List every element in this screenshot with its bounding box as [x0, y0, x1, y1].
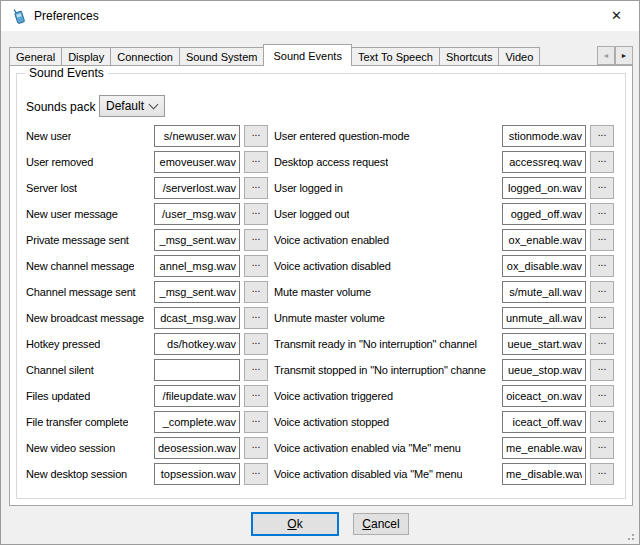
- sound-event-row: Transmit ready in "No interruption" chan…: [274, 333, 620, 359]
- sound-event-label: Unmute master volume: [274, 307, 385, 329]
- browse-button[interactable]: ...: [244, 203, 268, 225]
- wav-file-input[interactable]: [502, 229, 586, 251]
- sound-event-label: Voice activation stopped: [274, 411, 389, 433]
- wav-file-input[interactable]: [154, 229, 240, 251]
- tab-shortcuts[interactable]: Shortcuts: [439, 47, 499, 66]
- browse-button[interactable]: ...: [244, 125, 268, 147]
- sound-event-row: Voice activation triggered...: [274, 385, 620, 411]
- browse-button[interactable]: ...: [244, 385, 268, 407]
- tab-scroll-left-icon[interactable]: ◄: [597, 46, 615, 65]
- tab-text-to-speech[interactable]: Text To Speech: [351, 47, 440, 66]
- browse-button[interactable]: ...: [590, 229, 614, 251]
- browse-button[interactable]: ...: [590, 203, 614, 225]
- sound-event-row: Server lost...: [26, 177, 266, 203]
- browse-button[interactable]: ...: [244, 151, 268, 173]
- sound-event-row: Voice activation disabled via "Me" menu.…: [274, 463, 620, 489]
- sound-event-label: User logged in: [274, 177, 343, 199]
- browse-button[interactable]: ...: [590, 125, 614, 147]
- browse-button[interactable]: ...: [244, 281, 268, 303]
- ok-button[interactable]: Ok: [251, 512, 339, 536]
- browse-button[interactable]: ...: [244, 463, 268, 485]
- sound-event-label: Files updated: [26, 385, 90, 407]
- wav-file-input[interactable]: [154, 359, 240, 381]
- sound-event-row: Transmit stopped in "No interruption" ch…: [274, 359, 620, 385]
- tab-general[interactable]: General: [9, 47, 62, 66]
- sound-event-row: Channel silent...: [26, 359, 266, 385]
- browse-button[interactable]: ...: [590, 333, 614, 355]
- wav-file-input[interactable]: [502, 255, 586, 277]
- cancel-label-rest: ancel: [371, 517, 400, 531]
- wav-file-input[interactable]: [502, 411, 586, 433]
- wav-file-input[interactable]: [154, 307, 240, 329]
- wav-file-input[interactable]: [502, 463, 586, 485]
- browse-button[interactable]: ...: [244, 437, 268, 459]
- wav-file-input[interactable]: [502, 281, 586, 303]
- cancel-access-key: C: [362, 517, 371, 531]
- wav-file-input[interactable]: [502, 151, 586, 173]
- ok-access-key: O: [287, 517, 296, 531]
- wav-file-input[interactable]: [154, 437, 240, 459]
- sound-event-label: Voice activation disabled via "Me" menu: [274, 463, 462, 485]
- title-bar: Preferences ✕: [1, 1, 639, 31]
- browse-button[interactable]: ...: [590, 177, 614, 199]
- sound-event-label: Server lost: [26, 177, 77, 199]
- wav-file-input[interactable]: [502, 307, 586, 329]
- sound-event-label: Mute master volume: [274, 281, 371, 303]
- tab-display[interactable]: Display: [61, 47, 111, 66]
- browse-button[interactable]: ...: [244, 359, 268, 381]
- browse-button[interactable]: ...: [590, 151, 614, 173]
- wav-file-input[interactable]: [154, 411, 240, 433]
- wav-file-input[interactable]: [502, 359, 586, 381]
- wav-file-input[interactable]: [154, 333, 240, 355]
- browse-button[interactable]: ...: [590, 437, 614, 459]
- wav-file-input[interactable]: [502, 437, 586, 459]
- browse-button[interactable]: ...: [244, 333, 268, 355]
- browse-button[interactable]: ...: [590, 307, 614, 329]
- sound-event-row: Unmute master volume...: [274, 307, 620, 333]
- tab-sound-events[interactable]: Sound Events: [263, 44, 352, 66]
- browse-button[interactable]: ...: [590, 359, 614, 381]
- tab-scroll-right-icon[interactable]: ►: [615, 46, 633, 65]
- sound-event-row: New user...: [26, 125, 266, 151]
- sound-event-label: Private message sent: [26, 229, 129, 251]
- wav-file-input[interactable]: [154, 125, 240, 147]
- tab-connection[interactable]: Connection: [110, 47, 180, 66]
- sound-event-label: New user: [26, 125, 71, 147]
- wav-file-input[interactable]: [154, 151, 240, 173]
- wav-file-input[interactable]: [502, 333, 586, 355]
- browse-button[interactable]: ...: [590, 255, 614, 277]
- sound-event-label: Voice activation enabled via "Me" menu: [274, 437, 461, 459]
- groupbox-title: Sound Events: [25, 66, 108, 80]
- browse-button[interactable]: ...: [590, 281, 614, 303]
- browse-button[interactable]: ...: [244, 229, 268, 251]
- tab-sound-system[interactable]: Sound System: [179, 47, 265, 66]
- cancel-button[interactable]: Cancel: [353, 513, 409, 535]
- close-icon[interactable]: ✕: [594, 1, 639, 30]
- wav-file-input[interactable]: [154, 203, 240, 225]
- tab-video[interactable]: Video: [498, 47, 540, 66]
- browse-button[interactable]: ...: [244, 255, 268, 277]
- preferences-dialog: Preferences ✕ GeneralDisplayConnectionSo…: [0, 0, 640, 545]
- sound-event-label: Voice activation enabled: [274, 229, 389, 251]
- wav-file-input[interactable]: [154, 177, 240, 199]
- wav-file-input[interactable]: [502, 177, 586, 199]
- wav-file-input[interactable]: [154, 255, 240, 277]
- wav-file-input[interactable]: [502, 125, 586, 147]
- sounds-pack-select[interactable]: Default: [99, 95, 165, 117]
- resize-grip[interactable]: [632, 538, 634, 540]
- wav-file-input[interactable]: [154, 463, 240, 485]
- sound-event-row: User logged in...: [274, 177, 620, 203]
- ok-label-rest: k: [297, 517, 303, 531]
- browse-button[interactable]: ...: [244, 177, 268, 199]
- browse-button[interactable]: ...: [590, 463, 614, 485]
- browse-button[interactable]: ...: [590, 385, 614, 407]
- wav-file-input[interactable]: [502, 385, 586, 407]
- chevron-down-icon: [149, 100, 159, 110]
- sound-event-label: User removed: [26, 151, 93, 173]
- wav-file-input[interactable]: [154, 281, 240, 303]
- browse-button[interactable]: ...: [244, 411, 268, 433]
- browse-button[interactable]: ...: [590, 411, 614, 433]
- wav-file-input[interactable]: [502, 203, 586, 225]
- browse-button[interactable]: ...: [244, 307, 268, 329]
- wav-file-input[interactable]: [154, 385, 240, 407]
